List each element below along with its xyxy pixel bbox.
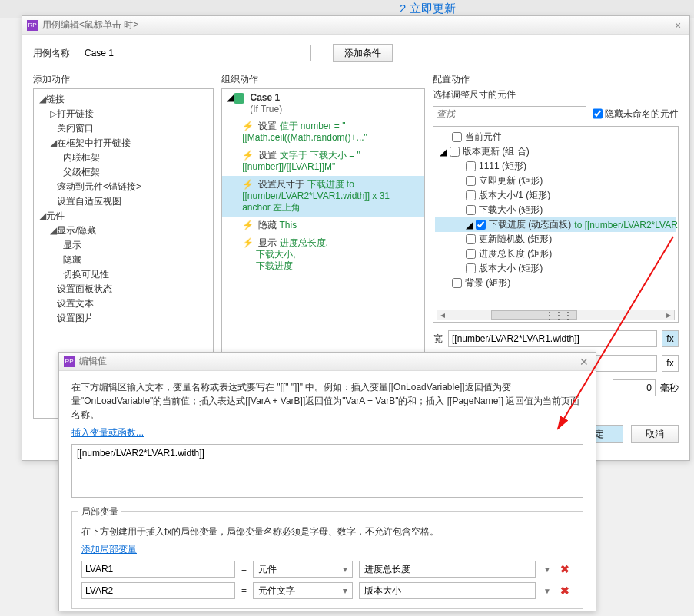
select-widget-label: 选择调整尺寸的元件 — [433, 88, 679, 101]
tree-item[interactable]: 内联框架 — [63, 152, 100, 163]
duration-input[interactable] — [613, 379, 656, 396]
width-input[interactable] — [448, 330, 657, 347]
cfg-item[interactable]: ◢版本更新 (组 合) — [435, 144, 676, 159]
var-name-input[interactable] — [81, 582, 235, 599]
local-var-description: 在下方创建用于插入fx的局部变量，局部变量名称必须是字母、数字，不允许包含空格。 — [81, 525, 573, 538]
dropdown-icon[interactable]: ▼ — [542, 565, 553, 574]
search-input[interactable] — [433, 106, 586, 121]
collapse-icon[interactable]: ◢ — [38, 94, 46, 104]
delete-icon[interactable]: ✖ — [559, 585, 571, 597]
organize-action-header: 组织动作 — [221, 73, 425, 85]
actions-tree: ◢链接 ▷打开链接 关闭窗口 ◢在框架中打开链接 内联框架 父级框架 滚动到元件… — [34, 89, 213, 329]
tree-item[interactable]: 打开链接 — [57, 108, 94, 119]
cfg-item[interactable]: 下载大小 (矩形) — [435, 203, 676, 217]
rp-icon: RP — [27, 20, 38, 31]
tree-item[interactable]: 设置自适应视图 — [57, 196, 121, 207]
close-icon[interactable]: × — [671, 19, 685, 31]
bolt-icon: ⚡ — [242, 237, 254, 248]
var-type-select[interactable]: 元件文字▾ — [253, 582, 353, 599]
var-target-select[interactable]: 版本大小 — [359, 582, 536, 599]
action-item[interactable]: ⚡设置 值于 number = "[[Math.ceil((Math.rando… — [222, 118, 424, 147]
local-var-row: = 元件文字▾ 版本大小 ▼ ✖ — [81, 582, 573, 599]
edit-dialog-title: 编辑值 — [79, 355, 577, 368]
collapse-icon[interactable]: ◢ — [38, 210, 46, 221]
cfg-item[interactable]: 进度总长度 (矩形) — [435, 247, 676, 261]
action-item[interactable]: ⚡显示 进度总长度,下载大小,下载进度 — [222, 234, 424, 275]
add-local-var-link[interactable]: 添加局部变量 — [81, 544, 137, 555]
dropdown-icon[interactable]: ▼ — [542, 587, 553, 595]
cancel-button[interactable]: 取消 — [631, 425, 679, 443]
width-label: 宽 — [433, 333, 443, 346]
cfg-item[interactable]: 版本大小/1 (矩形) — [435, 188, 676, 203]
collapse-icon[interactable]: ◢ — [49, 137, 57, 148]
fx-button[interactable]: fx — [662, 330, 679, 347]
ms-unit: 毫秒 — [660, 382, 679, 395]
configure-action-header: 配置动作 — [433, 73, 679, 85]
var-name-input[interactable] — [81, 561, 235, 578]
cfg-item[interactable]: 版本大小 (矩形) — [435, 261, 676, 276]
cfg-item-selected[interactable]: ◢下载进度 (动态面板) to [[number/LVAR2*LVAR1.wid… — [435, 217, 676, 232]
case-icon — [234, 93, 244, 104]
expression-input[interactable]: [[number/LVAR2*LVAR1.width]] — [71, 444, 583, 498]
bolt-icon: ⚡ — [242, 220, 254, 230]
var-target-select[interactable]: 进度总长度 — [359, 561, 536, 578]
edit-description: 在下方编辑区输入文本，变量名称或表达式要写在 "[[" "]]" 中。例如：插入… — [71, 380, 583, 422]
case-name-input[interactable] — [81, 45, 311, 61]
fx-button[interactable]: fx — [662, 355, 679, 372]
local-var-legend: 局部变量 — [78, 505, 121, 518]
edit-value-dialog: RP 编辑值 ✕ 在下方编辑区输入文本，变量名称或表达式要写在 "[[" "]]… — [58, 352, 596, 611]
bolt-icon: ⚡ — [242, 121, 254, 131]
cfg-item[interactable]: 当前元件 — [435, 130, 676, 144]
tree-item[interactable]: 显示/隐藏 — [57, 225, 96, 236]
close-icon[interactable]: ✕ — [577, 356, 591, 368]
add-condition-button[interactable]: 添加条件 — [333, 44, 393, 62]
delete-icon[interactable]: ✖ — [559, 563, 571, 575]
dialog-title: 用例编辑<鼠标单击 时> — [42, 18, 671, 31]
bolt-icon: ⚡ — [242, 150, 254, 161]
cfg-item[interactable]: 立即更新 (矩形) — [435, 174, 676, 188]
case-header[interactable]: ◢ Case 1 (If True) — [222, 89, 424, 118]
tree-item[interactable]: 在框架中打开链接 — [57, 137, 131, 148]
scroll-right-icon[interactable]: ▸ — [663, 310, 674, 320]
tree-item[interactable]: 隐藏 — [63, 254, 81, 265]
local-var-row: = 元件▾ 进度总长度 ▼ ✖ — [81, 561, 573, 578]
chevron-down-icon: ▾ — [343, 564, 347, 575]
tree-item[interactable]: 切换可见性 — [63, 269, 109, 280]
tree-item[interactable]: 父级框架 — [63, 167, 100, 177]
tree-item[interactable]: 设置面板状态 — [57, 283, 112, 294]
var-type-select[interactable]: 元件▾ — [253, 561, 353, 578]
cfg-item[interactable]: 背景 (矩形) — [435, 276, 676, 290]
tree-item[interactable]: 关闭窗口 — [57, 123, 94, 134]
tree-item[interactable]: 设置图片 — [57, 313, 94, 323]
case-name-label: 用例名称 — [33, 47, 70, 60]
action-item[interactable]: ⚡设置 文字于 下载大小 = "[[number]]/[[LVAR1]]M" — [222, 147, 424, 176]
expand-icon[interactable]: ▷ — [49, 108, 57, 119]
scroll-left-icon[interactable]: ◂ — [437, 310, 448, 320]
action-item-selected[interactable]: ⚡设置尺寸于 下载进度 to [[number/LVAR2*LVAR1.widt… — [222, 176, 424, 217]
collapse-icon[interactable]: ◢ — [49, 225, 57, 236]
rp-icon: RP — [64, 356, 75, 367]
step-label: 2 立即更新 — [400, 2, 456, 16]
cfg-item[interactable]: 1111 (矩形) — [435, 159, 676, 174]
action-item[interactable]: ⚡隐藏 This — [222, 217, 424, 234]
chevron-down-icon: ▾ — [343, 585, 347, 596]
add-action-header: 添加动作 — [33, 73, 214, 85]
tree-item[interactable]: 显示 — [63, 240, 81, 250]
bolt-icon: ⚡ — [242, 179, 254, 190]
cfg-item[interactable]: 更新随机数 (矩形) — [435, 232, 676, 247]
tree-item[interactable]: 滚动到元件<锚链接> — [57, 181, 141, 192]
insert-variable-link[interactable]: 插入变量或函数... — [71, 427, 144, 438]
hide-unnamed-checkbox[interactable]: 隐藏未命名的元件 — [593, 106, 679, 121]
tree-item[interactable]: 设置文本 — [57, 298, 94, 309]
horizontal-scrollbar[interactable]: ◂ ⋮⋮⋮ ▸ — [437, 310, 675, 320]
